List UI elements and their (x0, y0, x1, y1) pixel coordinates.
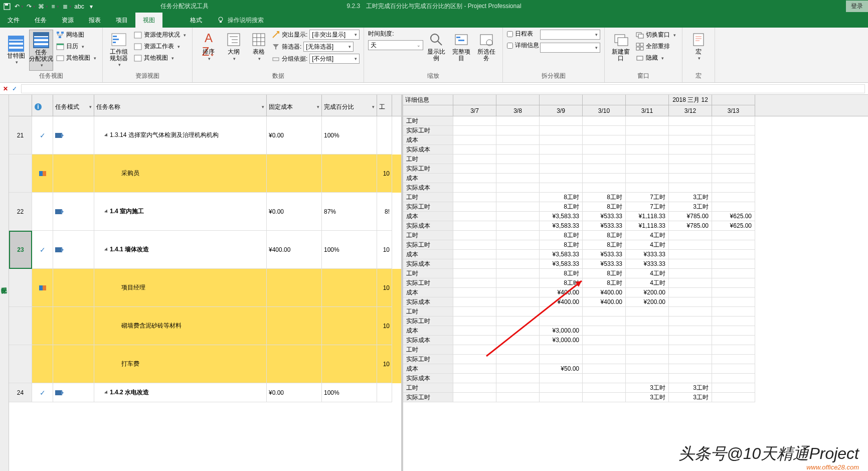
indent-icon[interactable]: ≡▾ (51, 3, 59, 11)
timephased-row[interactable]: 实际工时 (403, 355, 868, 364)
calendar-button[interactable]: 日历▾ (54, 41, 98, 52)
name-header[interactable]: 任务名称▾ (94, 95, 267, 116)
switch-window-button[interactable]: 切换窗口▾ (634, 30, 678, 40)
hide-button[interactable]: 隐藏▾ (634, 53, 678, 63)
outdent-icon[interactable]: ≣▾ (63, 3, 71, 11)
team-planner-button[interactable]: 工作组 规划器▾ (107, 30, 131, 70)
row-header[interactable] (9, 95, 32, 116)
confirm-edit-icon[interactable]: ✓ (12, 85, 17, 92)
timephased-row[interactable]: 实际工时 (403, 126, 868, 135)
table-row[interactable]: 221.4 室内施工¥0.0087%8! (9, 193, 401, 231)
date-column-header[interactable]: 3/11 (626, 95, 669, 116)
timephased-row[interactable]: 实际成本 (403, 145, 868, 154)
timephased-row[interactable]: 工时8工时8工时7工时3工时 (403, 193, 868, 202)
resource-sheet-button[interactable]: 资源工作表▾ (132, 41, 188, 52)
other-views-button[interactable]: 其他视图▾ (54, 53, 98, 63)
timephased-row[interactable]: 实际成本¥3,000.00 (403, 336, 868, 345)
redo-icon[interactable]: ↷▾ (27, 3, 35, 11)
network-diagram-button[interactable]: 网络图 (54, 30, 98, 40)
task-usage-button[interactable]: 任务 分配状况▾ (29, 30, 53, 71)
timeline-checkbox[interactable]: 日程表 (507, 30, 539, 38)
details-checkbox[interactable]: 详细信息 (507, 41, 539, 50)
timephased-row[interactable]: 工时8工时8工时4工时 (403, 269, 868, 278)
outline-button[interactable]: 大纲▾ (222, 30, 246, 64)
zoom-button[interactable]: 显示比例 (424, 30, 448, 64)
tab-report[interactable]: 报表 (81, 13, 108, 28)
other-views-2-button[interactable]: 其他视图▾ (132, 53, 188, 63)
date-column-header[interactable]: 3/13 (712, 95, 755, 116)
arrange-all-button[interactable]: 全部重排 (634, 41, 678, 52)
timephased-row[interactable]: 成本¥3,000.00 (403, 326, 868, 336)
tab-task[interactable]: 任务 (27, 13, 54, 28)
timephased-row[interactable]: 成本 (403, 174, 868, 183)
tab-format[interactable]: 格式 (183, 13, 210, 28)
macro-button[interactable]: 宏▾ (686, 30, 711, 63)
date-column-header[interactable]: 2018 三月 123/12 (669, 95, 712, 116)
work-header[interactable]: 工 (377, 95, 392, 116)
login-button[interactable]: 登录 (846, 1, 868, 12)
tables-button[interactable]: 表格▾ (247, 30, 271, 64)
tell-me-search[interactable]: 操作说明搜索 (210, 13, 271, 28)
timephased-row[interactable]: 工时 (403, 345, 868, 355)
highlight-combo[interactable]: [非突出显示]▾ (309, 30, 360, 40)
timephased-row[interactable]: 成本¥3,583.33¥533.33¥1,118.33¥785.00¥625.0… (403, 212, 868, 221)
undo-icon[interactable]: ↶▾ (15, 3, 23, 11)
customize-qat-icon[interactable]: ▾ (87, 3, 95, 11)
tab-file[interactable]: 文件 (0, 13, 27, 28)
timephased-row[interactable]: 实际工时8工时8工时4工时 (403, 278, 868, 288)
table-row[interactable]: 24✓1.4.2 水电改造¥0.00100% (9, 383, 401, 402)
date-column-header[interactable]: 3/10 (583, 95, 626, 116)
timephased-row[interactable]: 实际成本 (403, 374, 868, 383)
timephased-row[interactable]: 实际成本¥3,583.33¥533.33¥333.33 (403, 259, 868, 269)
timephased-row[interactable]: 实际工时3工时3工时 (403, 393, 868, 402)
group-combo[interactable]: [不分组]▾ (309, 54, 360, 64)
pct-header[interactable]: 完成百分比▾ (322, 95, 377, 116)
timephased-row[interactable]: 工时 (403, 154, 868, 164)
cost-header[interactable]: 固定成本▾ (267, 95, 322, 116)
cancel-edit-icon[interactable]: ✕ (3, 85, 8, 92)
new-window-button[interactable]: 新建窗口 (609, 30, 633, 64)
table-row[interactable]: 砌墙费含泥砂砖等材料10 (9, 307, 401, 345)
timephased-row[interactable]: 成本 (403, 135, 868, 145)
timephased-row[interactable]: 实际成本¥3,583.33¥533.33¥1,118.33¥785.00¥625… (403, 221, 868, 231)
entire-project-button[interactable]: 完整项目 (449, 30, 473, 64)
table-row[interactable]: 项目经理10 (9, 269, 401, 307)
gantt-button[interactable]: 甘特图▾ (4, 30, 28, 71)
formula-input[interactable] (21, 84, 865, 93)
timephased-row[interactable]: 实际成本¥400.00¥400.00¥200.00 (403, 297, 868, 307)
tab-project[interactable]: 项目 (108, 13, 135, 28)
strike-icon[interactable]: abc (75, 3, 83, 11)
table-row[interactable]: 21✓1.3.14 选择室内气体检测及治理机构机构¥0.00100% (9, 116, 401, 154)
timephased-row[interactable]: 成本¥3,583.33¥533.33¥333.33 (403, 250, 868, 259)
timephased-row[interactable]: 实际工时 (403, 164, 868, 174)
save-icon[interactable] (3, 3, 11, 11)
date-column-header[interactable]: 3/7 (453, 95, 496, 116)
tab-resource[interactable]: 资源 (54, 13, 81, 28)
table-row[interactable]: 采购员10 (9, 154, 401, 193)
link-icon[interactable]: ⌘▾ (39, 3, 47, 11)
resource-usage-button[interactable]: 资源使用状况▾ (132, 30, 188, 40)
date-column-header[interactable]: 3/8 (496, 95, 540, 116)
date-column-header[interactable]: 3/9 (540, 95, 583, 116)
selected-tasks-button[interactable]: 所选任务 (474, 30, 498, 64)
tab-view[interactable]: 视图 (135, 13, 162, 28)
table-row[interactable]: 23✓1.4.1 墙体改造¥400.00100%10 (9, 231, 401, 269)
timephased-row[interactable]: 工时8工时8工时4工时 (403, 231, 868, 240)
details-combo[interactable]: ▾ (540, 43, 600, 53)
timephased-row[interactable]: 实际工时8工时8工时4工时 (403, 240, 868, 250)
timescale-combo[interactable]: 天⌄ (368, 40, 423, 50)
timephased-row[interactable]: 工时 (403, 307, 868, 317)
indicator-header[interactable]: i (32, 95, 53, 116)
timephased-row[interactable]: 成本¥400.00¥400.00¥200.00 (403, 288, 868, 297)
filter-combo[interactable]: [无筛选器]▾ (303, 42, 354, 52)
mode-header[interactable]: 任务模式▾ (53, 95, 94, 116)
sort-button[interactable]: AZ↓排序▾ (197, 30, 221, 64)
timephased-row[interactable]: 工时 (403, 116, 868, 126)
timephased-row[interactable]: 实际成本 (403, 183, 868, 193)
timephased-row[interactable]: 实际工时 (403, 317, 868, 326)
timephased-row[interactable]: 实际工时8工时8工时7工时3工时 (403, 202, 868, 212)
timeline-combo[interactable]: ▾ (540, 30, 600, 40)
timephased-row[interactable]: 工时3工时3工时 (403, 383, 868, 393)
timephased-row[interactable]: 成本¥50.00 (403, 364, 868, 374)
table-row[interactable]: 打车费10 (9, 345, 401, 383)
